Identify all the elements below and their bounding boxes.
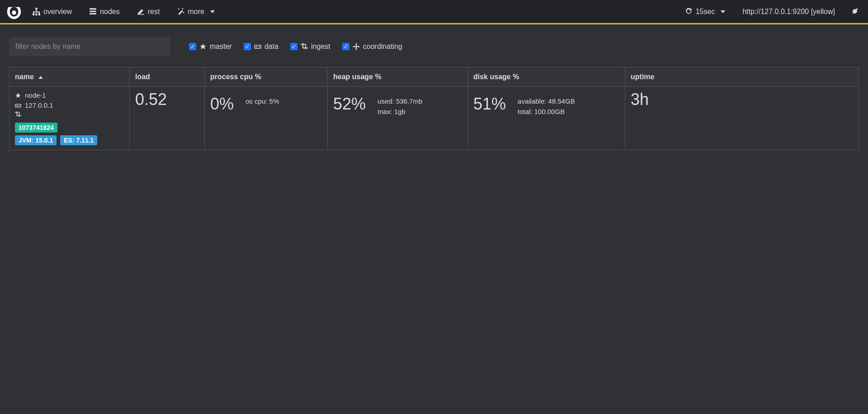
cell-cpu: 0% os cpu: 5% (205, 87, 328, 150)
nav-right: 15sec http://127.0.0.1:9200 [yellow] (685, 8, 860, 16)
filter-nodes-input[interactable] (9, 37, 170, 56)
svg-point-0 (12, 10, 16, 15)
cell-heap: 52% used: 536.7mb max: 1gb (328, 87, 468, 150)
svg-rect-8 (33, 12, 34, 14)
filter-master-label: master (210, 43, 232, 51)
svg-point-14 (178, 9, 179, 10)
cell-name: node-1 127.0.0.1 1073741824 JVM: 15.0.1 (9, 87, 130, 150)
table-head-row: name load process cpu % heap usage % dis… (9, 67, 859, 87)
checkbox-checked-icon: ✓ (244, 43, 251, 50)
cell-disk: 51% available: 48.54GB total: 100.00GB (468, 87, 625, 150)
plug-icon (852, 8, 860, 15)
svg-rect-22 (16, 105, 18, 105)
filter-data-label: data (264, 43, 278, 51)
cell-load: 0.52 (130, 87, 205, 150)
checkbox-checked-icon: ✓ (290, 43, 297, 50)
filter-master[interactable]: ✓ master (189, 43, 232, 51)
th-cpu[interactable]: process cpu % (205, 67, 328, 87)
th-uptime-label: uptime (631, 73, 654, 81)
cluster-url[interactable]: http://127.0.0.1:9200 [yellow] (742, 8, 835, 16)
badge-jvm: JVM: 15.0.1 (15, 135, 57, 145)
th-name[interactable]: name (9, 67, 130, 87)
svg-rect-19 (255, 47, 258, 48)
move-icon (353, 43, 360, 50)
filter-coordinating-label: coordinating (363, 43, 402, 51)
caret-down-icon (210, 10, 215, 13)
connect-button[interactable] (852, 8, 860, 15)
svg-rect-12 (90, 13, 96, 14)
filter-data[interactable]: ✓ data (244, 43, 278, 51)
cpu-value: 0% (210, 96, 234, 112)
role-filters: ✓ master ✓ data ✓ ingest ✓ coordinating (189, 43, 402, 51)
svg-rect-11 (90, 10, 96, 12)
svg-rect-2 (35, 8, 37, 10)
database-icon (89, 8, 97, 15)
svg-rect-13 (137, 14, 144, 15)
heap-used: used: 536.7mb (377, 97, 422, 105)
navbar: overview nodes rest more 15sec http://12… (0, 0, 868, 24)
page-body: ✓ master ✓ data ✓ ingest ✓ coordinating (0, 24, 868, 163)
filter-ingest-label: ingest (311, 43, 330, 51)
filter-row: ✓ master ✓ data ✓ ingest ✓ coordinating (9, 37, 859, 56)
th-disk[interactable]: disk usage % (468, 67, 625, 87)
magic-icon (177, 8, 184, 15)
th-uptime[interactable]: uptime (625, 67, 859, 87)
disk-available: available: 48.54GB (518, 97, 575, 105)
nav-overview-label: overview (43, 8, 72, 16)
svg-rect-1 (8, 4, 21, 7)
node-name: node-1 (25, 91, 46, 99)
th-load[interactable]: load (130, 67, 205, 87)
heap-value: 52% (333, 96, 366, 112)
table-row: node-1 127.0.0.1 1073741824 JVM: 15.0.1 (9, 87, 859, 150)
svg-rect-9 (39, 12, 40, 14)
sort-asc-icon (38, 76, 43, 79)
nav-overview[interactable]: overview (33, 8, 72, 16)
star-icon (199, 43, 207, 50)
cluster-url-label: http://127.0.0.1:9200 [yellow] (742, 8, 835, 16)
disk-value: 51% (473, 96, 506, 112)
sitemap-icon (33, 8, 40, 15)
svg-rect-7 (33, 12, 40, 13)
caret-down-icon (721, 10, 725, 13)
filter-coordinating[interactable]: ✓ coordinating (342, 43, 402, 51)
logo-icon (5, 3, 23, 20)
disk-total: total: 100.00GB (518, 108, 575, 115)
nav-nodes-label: nodes (100, 8, 120, 16)
refresh-interval-label: 15sec (696, 8, 715, 16)
svg-point-15 (182, 8, 184, 10)
nav-nodes[interactable]: nodes (89, 8, 120, 16)
th-heap[interactable]: heap usage % (328, 67, 468, 87)
nav-rest[interactable]: rest (137, 8, 160, 16)
hdd-icon (15, 102, 21, 109)
heap-max: max: 1gb (377, 108, 422, 115)
checkbox-checked-icon: ✓ (342, 43, 349, 50)
nav-more[interactable]: more (177, 8, 214, 16)
crop-icon (301, 43, 308, 50)
nav-links: overview nodes rest more (33, 8, 215, 16)
crop-icon (15, 111, 21, 118)
app-logo[interactable] (5, 3, 23, 20)
svg-point-21 (19, 105, 20, 106)
node-name-line: node-1 (15, 91, 124, 99)
cell-uptime: 3h (625, 87, 859, 150)
svg-point-18 (259, 46, 260, 47)
refresh-icon (685, 8, 693, 15)
th-cpu-label: process cpu % (210, 73, 261, 81)
nav-rest-label: rest (148, 8, 160, 16)
th-load-label: load (135, 73, 150, 81)
refresh-interval[interactable]: 15sec (685, 8, 726, 16)
checkbox-checked-icon: ✓ (189, 43, 196, 50)
badge-es: ES: 7.11.1 (60, 135, 97, 145)
cpu-os: os cpu: 5% (245, 97, 279, 105)
svg-rect-4 (35, 14, 37, 15)
th-disk-label: disk usage % (473, 73, 519, 81)
nodes-table: name load process cpu % heap usage % dis… (9, 67, 859, 150)
filter-ingest[interactable]: ✓ ingest (290, 43, 330, 51)
star-icon (15, 92, 21, 99)
node-ip-line: 127.0.0.1 (15, 101, 124, 109)
node-ip: 127.0.0.1 (25, 101, 53, 109)
badge-id: 1073741824 (15, 123, 57, 133)
uptime-value: 3h (631, 91, 853, 108)
node-ingest-line (15, 111, 124, 118)
hdd-icon (254, 43, 261, 50)
